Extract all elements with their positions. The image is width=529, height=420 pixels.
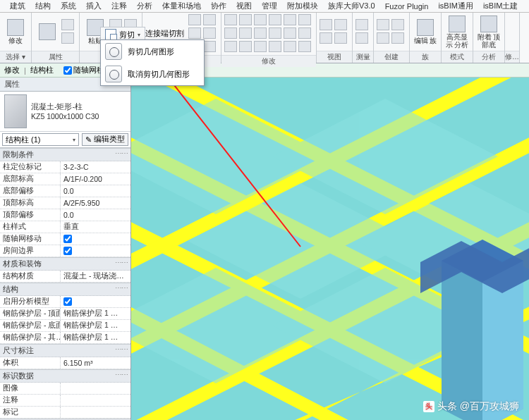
ribbon-small-button[interactable] [355,19,368,30]
dropdown-item[interactable]: 剪切几何图形 [101,40,204,63]
ribbon-small-button[interactable] [269,41,281,52]
ribbon-text[interactable]: 连接端切割 [145,29,184,39]
context-tab-column[interactable]: 结构柱 [30,65,54,75]
property-row[interactable]: 房间边界 [0,245,130,257]
property-row[interactable]: 标记 [0,407,130,419]
ribbon-button[interactable]: 高亮显示 分析 [444,16,470,49]
property-row[interactable]: 结构材质混凝土 - 现场浇… [0,271,130,283]
ribbon-small-button[interactable] [61,19,74,30]
ribbon-small-button[interactable] [298,41,311,52]
menu-结构[interactable]: 结构 [31,0,55,13]
ribbon-small-button[interactable] [269,27,281,39]
ribbon-small-button[interactable] [284,27,296,39]
property-value[interactable]: 3-2-3-C [61,161,130,173]
ribbon-small-button[interactable] [334,19,347,30]
menu-体量和场地[interactable]: 体量和场地 [158,0,205,13]
property-row[interactable]: 图像 [0,383,130,395]
property-row[interactable]: 注释 [0,395,130,407]
ribbon-small-button[interactable] [355,32,368,44]
property-row[interactable]: 钢筋保护层 - 顶面钢筋保护层 1 … [0,308,130,320]
property-value[interactable] [61,383,130,394]
menu-管理[interactable]: 管理 [257,0,281,13]
menu-视图[interactable]: 视图 [232,0,256,13]
property-category[interactable]: 尺寸标注⋯⋯ [0,344,130,357]
element-selector-combo[interactable]: 结构柱 (1) ▾ [2,133,79,146]
ribbon-small-button[interactable] [298,14,311,25]
ribbon-small-button[interactable] [284,41,296,52]
property-value[interactable]: 钢筋保护层 1 … [61,332,130,343]
ribbon-small-button[interactable] [377,32,389,44]
property-value[interactable]: 垂直 [61,221,130,233]
ribbon-small-button[interactable] [188,14,201,25]
ribbon-small-button[interactable] [224,27,237,39]
type-preview[interactable]: 混凝土-矩形-柱 KZ5 1000x1000 C30 [0,92,130,132]
menu-族库大师V3.0[interactable]: 族库大师V3.0 [324,0,379,13]
ribbon-small-button[interactable] [320,19,332,30]
menu-isBIM土建[interactable]: isBIM土建 [479,0,523,13]
checkbox[interactable] [63,247,72,255]
ribbon-small-button[interactable] [224,14,237,25]
ribbon-small-button[interactable] [224,41,237,52]
edit-type-button[interactable]: ✎ 编辑类型 [82,133,128,146]
menu-协作[interactable]: 协作 [207,0,231,13]
property-value[interactable]: 6.150 m³ [61,357,130,369]
menu-附加模块[interactable]: 附加模块 [283,0,322,13]
ribbon-small-button[interactable] [61,32,74,44]
ribbon-small-button[interactable] [320,32,332,44]
menu-isBIM通用[interactable]: isBIM通用 [434,0,478,13]
ribbon-small-button[interactable] [239,14,252,25]
ribbon-small-button[interactable] [239,27,252,39]
ribbon-small-button[interactable] [391,32,404,44]
property-value[interactable]: 0.0 [61,185,130,197]
ribbon-small-button[interactable] [298,27,311,39]
move-with-grid-checkbox[interactable]: 随轴网移 [63,65,104,75]
ribbon-button[interactable]: 附着 顶部底 [476,16,501,49]
property-row[interactable]: 柱样式垂直 [0,221,130,233]
property-value[interactable] [61,245,130,257]
property-row[interactable]: 随轴网移动 [0,233,130,245]
ribbon-button[interactable]: 修改 [3,19,28,44]
property-value[interactable] [61,233,130,245]
ribbon-small-button[interactable] [203,41,216,52]
ribbon-small-button[interactable] [254,27,267,39]
menu-注释[interactable]: 注释 [107,0,131,13]
ribbon-small-button[interactable] [334,32,347,44]
property-row[interactable]: 底部标高A/1F/-0.200 [0,173,130,185]
dropdown-item[interactable]: 取消剪切几何图形 [101,63,204,85]
property-value[interactable]: 钢筋保护层 1 … [61,308,130,319]
ribbon-small-button[interactable] [391,19,404,30]
ribbon-small-button[interactable] [203,14,216,25]
ribbon-small-button[interactable] [254,14,267,25]
ribbon-small-button[interactable] [239,41,252,52]
property-row[interactable]: 启用分析模型 [0,296,130,308]
property-category[interactable]: 材质和装饰⋯⋯ [0,257,130,271]
property-row[interactable]: 钢筋保护层 - 底面钢筋保护层 1 … [0,320,130,332]
property-value[interactable]: A/1F/-0.200 [61,173,130,185]
property-category[interactable]: 限制条件⋯⋯ [0,148,130,161]
ribbon-button[interactable]: 编辑 族 [413,19,438,44]
checkbox[interactable] [63,297,72,306]
property-row[interactable]: 顶部标高A/2F/5.950 [0,197,130,209]
model-viewport[interactable] [131,78,529,420]
property-row[interactable]: 底部偏移0.0 [0,185,130,197]
property-value[interactable]: 0.0 [61,209,130,221]
menu-建筑[interactable]: 建筑 [6,0,30,13]
menu-系统[interactable]: 系统 [56,0,80,13]
property-row[interactable]: 顶部偏移0.0 [0,209,130,221]
ribbon-small-button[interactable] [377,19,389,30]
context-tab-modify[interactable]: 修改 [4,65,20,75]
property-row[interactable]: 体积6.150 m³ [0,357,130,369]
ribbon-small-button[interactable] [188,27,201,39]
property-category[interactable]: 标识数据⋯⋯ [0,369,130,383]
ribbon-button[interactable] [35,23,60,41]
property-value[interactable] [61,407,130,418]
ribbon-small-button[interactable] [284,14,296,25]
property-value[interactable] [61,296,130,307]
menu-分析[interactable]: 分析 [133,0,157,13]
menu-插入[interactable]: 插入 [82,0,106,13]
property-row[interactable]: 柱定位标记3-2-3-C [0,161,130,173]
ribbon-small-button[interactable] [203,27,216,39]
property-value[interactable] [61,395,130,406]
menu-Fuzor Plugin[interactable]: Fuzor Plugin [381,1,433,12]
property-category[interactable]: 结构⋯⋯ [0,283,130,296]
